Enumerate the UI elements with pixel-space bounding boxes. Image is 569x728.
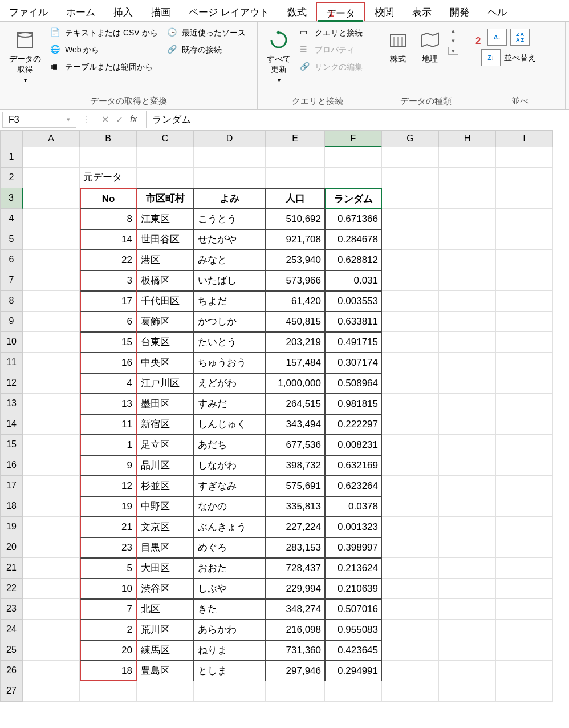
cell[interactable] xyxy=(439,661,496,681)
cell[interactable]: 0.623264 xyxy=(325,476,382,496)
cell[interactable] xyxy=(496,558,553,579)
cell[interactable]: 398,732 xyxy=(266,455,325,476)
sort-button[interactable]: 並べ替え xyxy=(504,52,536,63)
fx-icon[interactable]: fx xyxy=(130,114,137,125)
cell[interactable] xyxy=(23,620,80,640)
cell[interactable]: 人口 xyxy=(266,188,325,209)
cell[interactable]: 荒川区 xyxy=(137,620,194,640)
cell[interactable]: あだち xyxy=(194,435,266,455)
row-header[interactable]: 2 xyxy=(0,168,23,188)
cell[interactable] xyxy=(194,147,266,168)
menu-item-3[interactable]: 描画 xyxy=(142,2,180,21)
cell[interactable] xyxy=(382,681,439,702)
column-header[interactable]: D xyxy=(194,130,266,147)
cell[interactable]: 13 xyxy=(80,394,137,414)
cell[interactable]: いたばし xyxy=(194,270,266,291)
cell[interactable] xyxy=(382,496,439,517)
sort-descending-button[interactable]: Z↓ xyxy=(481,49,501,66)
cell[interactable]: 0.423645 xyxy=(325,640,382,661)
cell[interactable]: No xyxy=(80,188,137,209)
datatype-more-button[interactable]: ▾ xyxy=(448,47,458,55)
cell[interactable] xyxy=(439,455,496,476)
cell[interactable] xyxy=(439,312,496,332)
cell[interactable] xyxy=(325,681,382,702)
cell[interactable] xyxy=(23,147,80,168)
cell[interactable] xyxy=(382,579,439,599)
cell[interactable]: 中央区 xyxy=(137,353,194,373)
enter-icon[interactable]: ✓ xyxy=(116,114,123,125)
cell[interactable] xyxy=(382,353,439,373)
cell[interactable]: 0.633811 xyxy=(325,312,382,332)
recent-sources-button[interactable]: 🕒最近使ったソース xyxy=(165,26,248,40)
cell[interactable] xyxy=(325,147,382,168)
cell[interactable]: 3 xyxy=(80,270,137,291)
cell[interactable]: 9 xyxy=(80,455,137,476)
cell[interactable] xyxy=(23,188,80,209)
row-header[interactable]: 10 xyxy=(0,332,23,353)
cell[interactable]: 4 xyxy=(80,373,137,394)
from-text-csv-button[interactable]: 📄テキストまたは CSV から xyxy=(48,26,160,40)
cell[interactable]: しぶや xyxy=(194,579,266,599)
row-header[interactable]: 8 xyxy=(0,291,23,312)
cell[interactable] xyxy=(382,291,439,312)
cell[interactable]: 14 xyxy=(80,229,137,250)
cell[interactable]: 江戸川区 xyxy=(137,373,194,394)
cell[interactable] xyxy=(137,681,194,702)
menu-item-0[interactable]: ファイル xyxy=(0,2,57,21)
cell[interactable]: 板橋区 xyxy=(137,270,194,291)
cell[interactable]: 北区 xyxy=(137,599,194,620)
cell[interactable]: 豊島区 xyxy=(137,661,194,681)
cell[interactable]: えどがわ xyxy=(194,373,266,394)
menu-item-2[interactable]: 挿入 xyxy=(104,2,142,21)
cell[interactable]: 1 xyxy=(80,435,137,455)
cell[interactable]: ランダム xyxy=(325,188,382,209)
cell[interactable]: おおた xyxy=(194,558,266,579)
cell[interactable] xyxy=(23,476,80,496)
cell[interactable]: 510,692 xyxy=(266,209,325,229)
cell[interactable] xyxy=(496,681,553,702)
cell[interactable] xyxy=(439,270,496,291)
cell[interactable]: 0.213624 xyxy=(325,558,382,579)
cell[interactable]: 文京区 xyxy=(137,517,194,537)
cell[interactable]: 18 xyxy=(80,661,137,681)
cell[interactable] xyxy=(382,312,439,332)
column-header[interactable]: I xyxy=(496,130,553,147)
cell[interactable]: 0.031 xyxy=(325,270,382,291)
cell[interactable] xyxy=(137,147,194,168)
cell[interactable]: しんじゅく xyxy=(194,414,266,435)
column-header[interactable]: H xyxy=(439,130,496,147)
cell[interactable] xyxy=(496,291,553,312)
row-header[interactable]: 15 xyxy=(0,435,23,455)
row-header[interactable]: 6 xyxy=(0,250,23,270)
cell[interactable]: 0.491715 xyxy=(325,332,382,353)
row-header[interactable]: 5 xyxy=(0,229,23,250)
cell[interactable]: しながわ xyxy=(194,455,266,476)
menu-item-8[interactable]: 表示 xyxy=(403,2,441,21)
cell[interactable]: 中野区 xyxy=(137,496,194,517)
cell[interactable] xyxy=(496,229,553,250)
cell[interactable] xyxy=(23,558,80,579)
row-header[interactable]: 24 xyxy=(0,620,23,640)
cell[interactable]: 573,966 xyxy=(266,270,325,291)
cell[interactable]: 世田谷区 xyxy=(137,229,194,250)
row-header[interactable]: 16 xyxy=(0,455,23,476)
from-table-button[interactable]: ▦テーブルまたは範囲から xyxy=(48,60,160,74)
cell[interactable] xyxy=(382,620,439,640)
cell[interactable]: 0.398997 xyxy=(325,537,382,558)
cell[interactable] xyxy=(80,147,137,168)
cell[interactable] xyxy=(23,599,80,620)
cell[interactable] xyxy=(325,168,382,188)
cell[interactable]: 23 xyxy=(80,537,137,558)
cell[interactable] xyxy=(23,681,80,702)
row-header[interactable]: 13 xyxy=(0,394,23,414)
cell[interactable]: 731,360 xyxy=(266,640,325,661)
cell[interactable] xyxy=(382,373,439,394)
cell[interactable]: 157,484 xyxy=(266,353,325,373)
cell[interactable]: 元データ xyxy=(80,168,137,188)
cell[interactable]: 渋谷区 xyxy=(137,579,194,599)
cell[interactable]: かつしか xyxy=(194,312,266,332)
cell[interactable] xyxy=(382,250,439,270)
cell[interactable]: 0.001323 xyxy=(325,517,382,537)
cell[interactable]: 348,274 xyxy=(266,599,325,620)
cell[interactable] xyxy=(496,496,553,517)
